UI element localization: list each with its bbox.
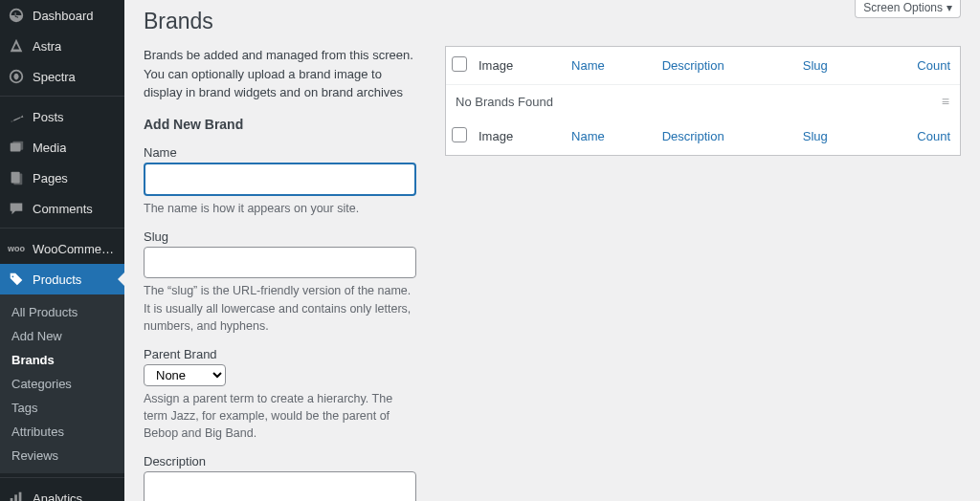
submenu-reviews[interactable]: Reviews bbox=[0, 444, 124, 468]
parent-select[interactable]: None bbox=[144, 364, 226, 386]
svg-rect-2 bbox=[12, 142, 23, 150]
slug-help: The “slug” is the URL-friendly version o… bbox=[144, 282, 416, 334]
sidebar-label: Analytics bbox=[33, 491, 82, 502]
sidebar-label: Dashboard bbox=[33, 9, 94, 23]
gauge-icon bbox=[8, 7, 25, 24]
parent-label: Parent Brand bbox=[144, 347, 416, 361]
sidebar-item-pages[interactable]: Pages bbox=[0, 163, 124, 193]
sidebar-label: Spectra bbox=[33, 70, 76, 84]
description-label: Description bbox=[144, 454, 416, 468]
sidebar-item-analytics[interactable]: Analytics bbox=[0, 483, 124, 501]
sidebar-item-dashboard[interactable]: Dashboard bbox=[0, 0, 124, 31]
screen-options-toggle[interactable]: Screen Options ▾ bbox=[855, 0, 961, 18]
name-label: Name bbox=[144, 145, 416, 160]
col-name-sort[interactable]: Name bbox=[571, 58, 605, 73]
sidebar-item-astra[interactable]: Astra bbox=[0, 31, 124, 61]
field-name: Name The name is how it appears on your … bbox=[144, 145, 416, 218]
sidebar-label: Pages bbox=[33, 171, 68, 185]
spectra-icon bbox=[8, 68, 25, 85]
submenu-brands[interactable]: Brands bbox=[0, 348, 124, 372]
select-all-top[interactable] bbox=[452, 56, 467, 72]
main-content: Screen Options ▾ Brands Brands be added … bbox=[124, 0, 980, 501]
col-description-sort[interactable]: Description bbox=[662, 58, 724, 73]
sidebar-item-spectra[interactable]: Spectra bbox=[0, 61, 124, 92]
sidebar-item-posts[interactable]: Posts bbox=[0, 101, 124, 132]
col-description-foot[interactable]: Description bbox=[662, 129, 724, 143]
svg-rect-6 bbox=[14, 494, 17, 501]
form-heading: Add New Brand bbox=[144, 117, 416, 132]
page-intro: Brands be added and managed from this sc… bbox=[144, 46, 416, 102]
admin-sidebar: Dashboard Astra Spectra Posts Media Page… bbox=[0, 0, 124, 501]
form-column: Brands be added and managed from this sc… bbox=[144, 46, 416, 501]
field-description: Description The description is not promi… bbox=[144, 454, 416, 501]
sidebar-label: Comments bbox=[33, 202, 93, 216]
submenu-categories[interactable]: Categories bbox=[0, 372, 124, 396]
submenu-tags[interactable]: Tags bbox=[0, 396, 124, 420]
col-image-foot: Image bbox=[469, 118, 562, 155]
comments-icon bbox=[8, 200, 25, 217]
col-count-foot[interactable]: Count bbox=[917, 129, 950, 143]
sidebar-label: Products bbox=[33, 272, 81, 287]
col-count-sort[interactable]: Count bbox=[917, 58, 950, 73]
screen-options-label: Screen Options bbox=[863, 1, 943, 14]
pages-icon bbox=[8, 169, 25, 186]
astra-icon bbox=[8, 37, 25, 54]
sidebar-item-comments[interactable]: Comments bbox=[0, 193, 124, 224]
menu-separator bbox=[0, 224, 124, 229]
slug-label: Slug bbox=[144, 229, 416, 244]
field-parent: Parent Brand None Assign a parent term t… bbox=[144, 347, 416, 442]
brands-table: Image Name Description Slug Count No Bra… bbox=[445, 46, 961, 156]
field-slug: Slug The “slug” is the URL-friendly vers… bbox=[144, 229, 416, 335]
products-icon bbox=[8, 271, 25, 288]
name-input[interactable] bbox=[144, 163, 416, 196]
woo-icon: woo bbox=[8, 240, 25, 257]
sidebar-label: WooCommerce bbox=[33, 242, 117, 256]
submenu-all-products[interactable]: All Products bbox=[0, 300, 124, 324]
submenu-add-new[interactable]: Add New bbox=[0, 324, 124, 348]
sidebar-item-products[interactable]: Products bbox=[0, 264, 124, 294]
menu-separator bbox=[0, 473, 124, 478]
menu-separator bbox=[0, 92, 124, 97]
svg-rect-7 bbox=[19, 492, 22, 501]
sidebar-item-woocommerce[interactable]: woo WooCommerce bbox=[0, 233, 124, 264]
name-help: The name is how it appears on your site. bbox=[144, 200, 416, 217]
slug-input[interactable] bbox=[144, 247, 416, 278]
media-icon bbox=[8, 139, 25, 156]
sidebar-label: Media bbox=[33, 141, 66, 155]
svg-rect-4 bbox=[13, 174, 22, 185]
table-settings-icon[interactable]: ≡ bbox=[942, 94, 950, 109]
col-slug-foot[interactable]: Slug bbox=[803, 129, 828, 143]
parent-help: Assign a parent term to create a hierarc… bbox=[144, 390, 416, 442]
col-slug-sort[interactable]: Slug bbox=[803, 58, 828, 73]
col-name-foot[interactable]: Name bbox=[571, 129, 605, 143]
page-title: Brands bbox=[144, 0, 961, 38]
col-image: Image bbox=[469, 47, 562, 84]
submenu-attributes[interactable]: Attributes bbox=[0, 420, 124, 444]
table-column: Image Name Description Slug Count No Bra… bbox=[445, 46, 961, 501]
description-textarea[interactable] bbox=[144, 471, 416, 501]
select-all-bottom[interactable] bbox=[452, 127, 467, 142]
analytics-icon bbox=[8, 490, 25, 501]
pin-icon bbox=[8, 108, 25, 125]
sidebar-label: Posts bbox=[33, 110, 64, 124]
products-submenu: All Products Add New Brands Categories T… bbox=[0, 294, 124, 473]
sidebar-label: Astra bbox=[33, 39, 61, 54]
table-empty-message: No Brands Found bbox=[446, 84, 869, 118]
sidebar-item-media[interactable]: Media bbox=[0, 132, 124, 163]
chevron-down-icon: ▾ bbox=[947, 1, 952, 14]
